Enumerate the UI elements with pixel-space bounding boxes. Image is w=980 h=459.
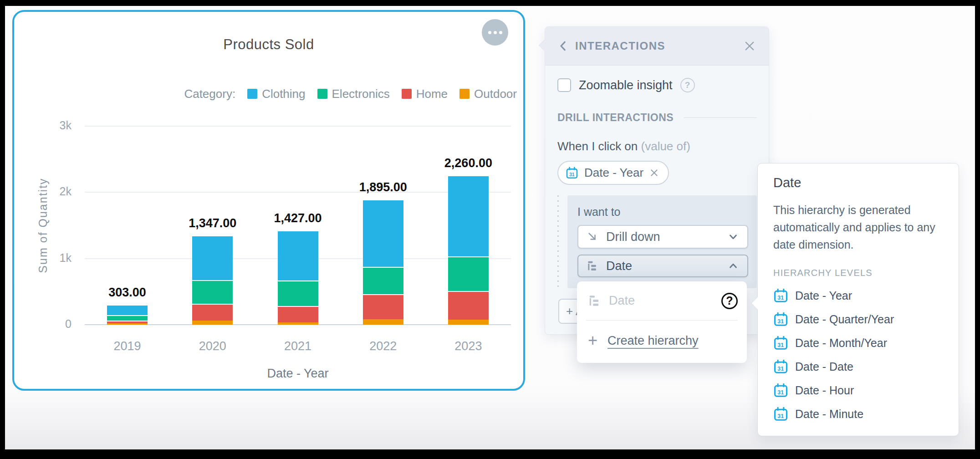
bar-segment-outdoor-2022[interactable] (363, 319, 403, 325)
bar-segment-electronics-2022[interactable] (363, 267, 403, 295)
chevron-down-icon (727, 231, 739, 243)
y-tick-label: 0 (31, 317, 71, 331)
drill-connector-dots (557, 195, 559, 288)
bar-segment-home-2019[interactable] (107, 321, 148, 324)
i-want-to-label: I want to (577, 205, 621, 219)
hierarchy-select[interactable]: Date (577, 255, 748, 277)
svg-text:31: 31 (777, 342, 784, 348)
gridline (85, 126, 511, 127)
bar-segment-outdoor-2019[interactable] (107, 323, 148, 325)
bar-segment-electronics-2020[interactable] (192, 280, 233, 304)
zoomable-insight-label: Zoomable insight (579, 78, 673, 92)
x-tick-label: 2021 (266, 339, 330, 353)
bar-segment-electronics-2023[interactable] (448, 256, 489, 291)
hierarchy-dropdown: Date ? + Create hierarchy (577, 281, 747, 363)
hierarchy-level-item: 31Date - Hour (773, 378, 943, 402)
bar-segment-clothing-2020[interactable] (192, 235, 233, 280)
when-click-label: When I click on (value of) (557, 139, 690, 153)
drill-down-icon (587, 231, 599, 243)
drill-interactions-heading: DRILL INTERACTIONS (557, 112, 674, 124)
drill-action-group: I want to Drill down (567, 195, 757, 288)
bar-segment-home-2021[interactable] (278, 306, 318, 322)
hierarchy-level-label: Date - Year (795, 289, 852, 302)
hierarchy-icon-disabled (588, 294, 602, 308)
value-of-hint: (value of) (641, 139, 690, 153)
tooltip-title: Date (773, 175, 943, 190)
calendar-icon: 31 (566, 167, 578, 179)
bar-segment-clothing-2019[interactable] (107, 305, 148, 315)
create-hierarchy-label: Create hierarchy (607, 334, 699, 348)
bar-segment-outdoor-2021[interactable] (278, 322, 318, 325)
bar-total-label: 2,260.00 (418, 156, 518, 170)
bar-total-label: 303.00 (77, 286, 178, 300)
hierarchy-level-label: Date - Minute (795, 408, 863, 421)
hierarchy-level-label: Date - Quarter/Year (795, 313, 894, 326)
x-tick-label: 2020 (181, 339, 245, 353)
bar-segment-clothing-2021[interactable] (278, 230, 318, 280)
calendar-icon: 31 (773, 359, 788, 374)
panel-title: INTERACTIONS (575, 40, 665, 52)
bar-segment-home-2023[interactable] (448, 291, 489, 320)
calendar-icon: 31 (773, 383, 788, 398)
help-cursor-icon: ? (721, 293, 738, 309)
x-tick-label: 2023 (436, 339, 500, 353)
hierarchy-level-item: 31Date - Date (773, 355, 943, 378)
hierarchy-icon (587, 260, 599, 272)
drill-action-select[interactable]: Drill down (577, 225, 748, 249)
svg-text:31: 31 (777, 389, 784, 396)
hierarchy-level-item: 31Date - Month/Year (773, 331, 943, 355)
create-hierarchy-link[interactable]: + Create hierarchy (577, 327, 747, 354)
bar-segment-outdoor-2020[interactable] (192, 321, 233, 325)
hierarchy-value: Date (606, 259, 632, 273)
bar-segment-home-2022[interactable] (363, 294, 403, 319)
help-icon[interactable]: ? (680, 78, 695, 92)
panel-header: INTERACTIONS (545, 27, 769, 66)
dropdown-item-date[interactable]: Date ? (577, 281, 747, 320)
zoomable-insight-checkbox[interactable] (557, 78, 571, 92)
svg-text:31: 31 (569, 172, 575, 177)
hierarchy-levels-list: 31Date - Year 31Date - Quarter/Year 31Da… (773, 284, 943, 426)
calendar-icon: 31 (773, 336, 788, 351)
close-icon[interactable] (743, 40, 756, 52)
bar-segment-outdoor-2023[interactable] (448, 320, 489, 325)
svg-text:31: 31 (777, 413, 784, 419)
y-tick-label: 1k (31, 251, 71, 265)
chip-label: Date - Year (584, 166, 643, 180)
bar-total-label: 1,427.00 (248, 211, 348, 225)
hierarchy-level-item: 31Date - Quarter/Year (773, 307, 943, 331)
section-divider (684, 117, 757, 118)
chip-remove-icon[interactable] (649, 168, 659, 178)
x-tick-label: 2019 (96, 339, 159, 353)
bar-segment-clothing-2022[interactable] (363, 199, 403, 267)
chart-widget[interactable]: Products Sold Category: ClothingElectron… (12, 10, 525, 391)
y-tick-label: 3k (31, 119, 71, 132)
x-tick-label: 2022 (351, 339, 415, 353)
hierarchy-level-item: 31Date - Year (773, 284, 943, 307)
y-axis-title: Sum of Quantity (36, 157, 50, 294)
bar-segment-clothing-2023[interactable] (448, 175, 489, 257)
x-axis-title: Date - Year (85, 367, 511, 381)
svg-text:31: 31 (777, 295, 784, 301)
y-tick-label: 2k (31, 185, 71, 198)
chevron-up-icon (727, 260, 739, 272)
gridline (85, 192, 511, 193)
stacked-bar-chart: Sum of Quantity Date - Year 01k2k3k303.0… (14, 12, 523, 389)
hierarchy-levels-heading: HIERARCHY LEVELS (773, 268, 943, 278)
tooltip-body: This hierarchy is generated automaticall… (773, 201, 943, 253)
svg-text:31: 31 (777, 366, 784, 372)
dropdown-divider (586, 320, 738, 321)
hierarchy-level-item: 31Date - Minute (773, 402, 943, 426)
calendar-icon: 31 (773, 407, 788, 422)
plus-icon: + (588, 332, 597, 349)
dropdown-item-label: Date (609, 294, 635, 308)
app-canvas: Products Sold Category: ClothingElectron… (5, 6, 975, 449)
drill-action-value: Drill down (606, 230, 660, 244)
bar-segment-electronics-2019[interactable] (107, 315, 148, 320)
date-year-chip[interactable]: 31 Date - Year (557, 161, 669, 185)
drill-interactions-section: DRILL INTERACTIONS (557, 112, 757, 124)
bar-segment-home-2020[interactable] (192, 304, 233, 321)
calendar-icon: 31 (773, 288, 788, 303)
back-chevron-icon[interactable] (558, 40, 570, 52)
bar-segment-electronics-2021[interactable] (278, 280, 318, 306)
hierarchy-level-label: Date - Date (795, 360, 853, 373)
